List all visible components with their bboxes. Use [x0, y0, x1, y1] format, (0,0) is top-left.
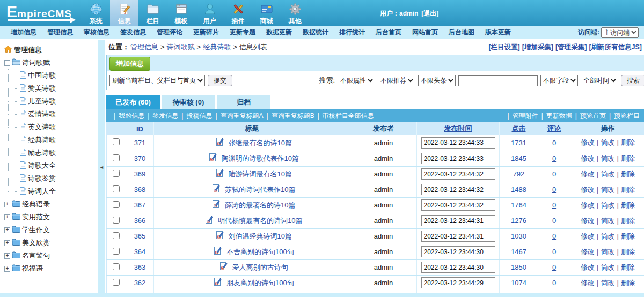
search-keyword-input[interactable]	[458, 75, 538, 86]
headline-filter-select[interactable]: 不限头条	[418, 75, 456, 86]
add-info-button[interactable]: 增加信息	[109, 57, 150, 71]
nav-item[interactable]: 数据统计	[297, 28, 334, 37]
nav-item[interactable]: 后台首页	[370, 28, 407, 37]
status-tab[interactable]: 已发布 (60)	[106, 95, 160, 109]
nav-item[interactable]: 排行统计	[334, 28, 370, 37]
breadcrumb-action-link[interactable]: [增加采集]	[522, 43, 553, 51]
collapse-toggle-icon[interactable]: -	[4, 60, 10, 66]
sidebar-item-category[interactable]: 儿童诗歌	[8, 95, 98, 108]
breadcrumb-action-link[interactable]: [栏目设置]	[488, 43, 519, 51]
row-title-link[interactable]: 薛涛的最著名的诗10篇	[225, 201, 295, 209]
sidebar-item-category[interactable]: 经典诗歌	[8, 133, 98, 146]
sidebar-item-category[interactable]: 诗歌大全	[8, 159, 98, 172]
nav-item[interactable]: 数据更新	[261, 28, 297, 37]
expand-toggle-icon[interactable]: +	[4, 227, 10, 233]
action-link[interactable]: 管理附件	[513, 112, 538, 120]
row-op-quick-edit[interactable]: 简改	[601, 217, 615, 225]
row-op-modify[interactable]: 修改	[581, 248, 595, 256]
nav-item[interactable]: 网站首页	[407, 28, 443, 37]
nav-item[interactable]: 版本更新	[480, 28, 516, 37]
refresh-scope-select[interactable]: 刷新当前栏目、父栏目与首页	[109, 75, 205, 86]
action-link[interactable]: 投稿信息	[186, 112, 212, 120]
row-time-input[interactable]	[421, 199, 495, 211]
breadcrumb-link[interactable]: 经典诗歌	[203, 43, 231, 51]
row-time-input[interactable]	[421, 137, 495, 148]
row-op-delete[interactable]: 删除	[621, 263, 635, 271]
sidebar-item-category[interactable]: 英文诗歌	[8, 121, 98, 133]
row-checkbox[interactable]	[113, 279, 120, 286]
sort-by-comments[interactable]: 评论	[547, 124, 561, 132]
breadcrumb-action-link[interactable]: [管理采集]	[555, 43, 587, 51]
row-op-quick-edit[interactable]: 简改	[601, 248, 615, 256]
row-op-modify[interactable]: 修改	[581, 138, 595, 146]
row-comments-link[interactable]: 0	[552, 185, 556, 194]
row-op-quick-edit[interactable]: 简改	[601, 170, 615, 178]
row-comments-link[interactable]: 0	[552, 170, 556, 178]
row-op-delete[interactable]: 删除	[621, 201, 635, 209]
row-comments-link[interactable]: 0	[552, 139, 556, 147]
row-op-modify[interactable]: 修改	[581, 217, 595, 225]
row-title-link[interactable]: 陶渊明的诗歌代表作10篇	[222, 154, 299, 162]
action-link[interactable]: 审核栏目全部信息	[323, 112, 374, 120]
status-tab[interactable]: 归档	[217, 95, 270, 109]
nav-item[interactable]: 管理信息	[42, 28, 78, 37]
row-title-link[interactable]: 爱人离别的古诗句	[232, 263, 288, 271]
row-time-input[interactable]	[421, 153, 495, 164]
sidebar-item-category[interactable]: 励志诗歌	[8, 146, 98, 159]
expand-toggle-icon[interactable]: +	[4, 202, 10, 207]
row-checkbox[interactable]	[113, 248, 120, 255]
row-op-quick-edit[interactable]: 简改	[601, 201, 615, 209]
action-link[interactable]: 预览首页	[580, 112, 606, 120]
menu-item-templates[interactable]: 模板	[167, 0, 195, 26]
nav-item[interactable]: 管理评论	[151, 28, 188, 37]
row-op-delete[interactable]: 删除	[621, 138, 635, 146]
row-op-modify[interactable]: 修改	[581, 185, 595, 194]
sidebar-item-collapsed-category[interactable]: + 美文欣赏	[4, 236, 98, 249]
collapse-sidebar-icon[interactable]: ◄	[99, 165, 104, 170]
sidebar-item-collapsed-category[interactable]: + 经典语录	[4, 198, 98, 211]
nav-item[interactable]: 增加信息	[5, 28, 42, 37]
action-link[interactable]: 签发信息	[152, 112, 178, 120]
row-time-input[interactable]	[421, 215, 495, 226]
breadcrumb-action-link[interactable]: [刷新所有信息JS]	[589, 43, 642, 51]
nav-item[interactable]: 更新专题	[224, 28, 261, 37]
row-op-quick-edit[interactable]: 简改	[601, 279, 615, 287]
row-op-modify[interactable]: 修改	[581, 154, 595, 162]
sidebar-item-category[interactable]: 中国诗歌	[8, 69, 98, 82]
row-checkbox[interactable]	[113, 170, 120, 177]
action-link[interactable]: 查询重复标题A	[221, 112, 264, 120]
nav-item[interactable]: 审核信息	[78, 28, 115, 37]
row-op-modify[interactable]: 修改	[581, 232, 595, 240]
row-title-link[interactable]: 张继最有名的诗10篇	[229, 138, 292, 146]
row-title-link[interactable]: 陆游诗词最有名10篇	[229, 170, 292, 178]
search-button[interactable]: 搜索	[621, 75, 644, 86]
row-title-link[interactable]: 明代杨慎最有名的诗词10篇	[218, 217, 302, 225]
sidebar-item-category[interactable]: 赞美诗歌	[8, 82, 98, 95]
row-checkbox[interactable]	[113, 217, 120, 224]
sidebar-item-collapsed-category[interactable]: + 实用范文	[4, 211, 98, 224]
field-filter-select[interactable]: 不限字段	[540, 75, 578, 86]
sidebar-item-category[interactable]: 诗词大全	[8, 185, 98, 198]
time-filter-select[interactable]: 全部时间	[581, 75, 618, 86]
row-op-modify[interactable]: 修改	[581, 263, 595, 271]
sidebar-item-collapsed-category[interactable]: + 祝福语	[4, 262, 98, 275]
row-title-link[interactable]: 朋友离别的诗句100句	[226, 279, 294, 287]
row-checkbox[interactable]	[113, 232, 120, 239]
row-time-input[interactable]	[421, 262, 495, 273]
menu-item-system[interactable]: 系统	[82, 0, 110, 26]
row-op-quick-edit[interactable]: 简改	[601, 154, 615, 162]
menu-item-plugins[interactable]: 插件	[224, 0, 252, 26]
row-time-input[interactable]	[421, 184, 495, 195]
menu-item-shop[interactable]: 商城	[252, 0, 281, 26]
sidebar-item-collapsed-category[interactable]: + 名言警句	[4, 249, 98, 262]
row-op-delete[interactable]: 删除	[621, 154, 635, 162]
row-title-link[interactable]: 刘伯温经典诗词10篇	[229, 232, 292, 240]
sidebar-item-category[interactable]: 爱情诗歌	[8, 108, 98, 121]
sort-by-clicks[interactable]: 点击	[512, 124, 526, 132]
row-time-input[interactable]	[421, 277, 495, 288]
nav-item[interactable]: 后台地图	[443, 28, 480, 37]
menu-item-other[interactable]: 其他	[281, 0, 309, 26]
row-op-delete[interactable]: 删除	[621, 170, 635, 178]
action-link[interactable]: 查询重复标题B	[272, 112, 314, 120]
row-op-modify[interactable]: 修改	[581, 201, 595, 209]
